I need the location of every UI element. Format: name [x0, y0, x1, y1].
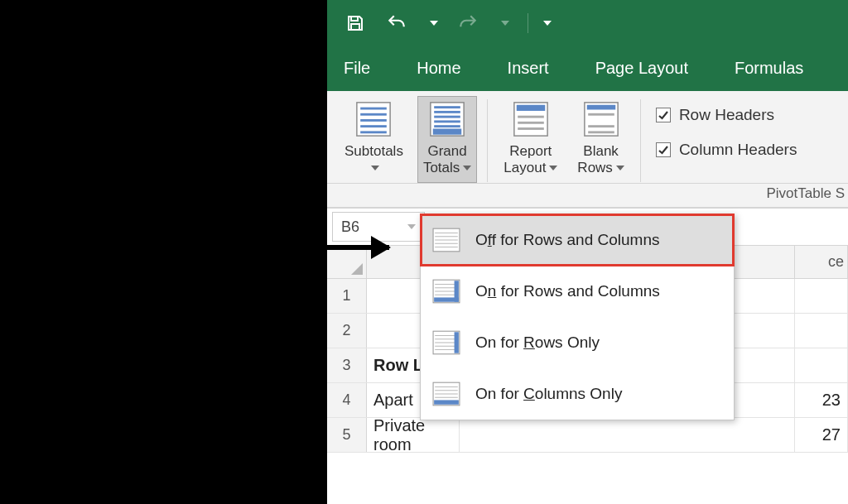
cell[interactable]	[460, 418, 795, 452]
svg-rect-50	[434, 400, 459, 404]
cell[interactable]: 23	[795, 383, 848, 417]
row-header[interactable]: 1	[327, 279, 367, 313]
table-off-icon	[432, 228, 460, 252]
grand-totals-label: GrandTotals	[423, 143, 467, 175]
table-row: 5 Private room 27	[327, 418, 848, 453]
cell[interactable]	[795, 314, 848, 348]
ribbon-separator	[487, 99, 488, 182]
svg-rect-1	[351, 24, 359, 30]
undo-icon[interactable]	[385, 12, 408, 35]
row-headers-label: Row Headers	[679, 106, 774, 124]
row-header[interactable]: 5	[327, 418, 367, 452]
table-on-both-icon	[432, 279, 460, 304]
svg-rect-16	[517, 105, 546, 111]
menu-label: On for Rows Only	[475, 334, 600, 352]
report-layout-icon	[512, 100, 550, 138]
grand-totals-icon	[428, 100, 466, 138]
name-box-value: B6	[341, 218, 359, 236]
svg-rect-14	[433, 129, 462, 135]
menu-on-rows-only[interactable]: On for Rows Only	[421, 317, 734, 368]
qat-separator	[528, 13, 528, 33]
report-layout-label: ReportLayout	[504, 143, 552, 175]
row-header[interactable]: 4	[327, 383, 367, 417]
quick-access-toolbar	[327, 0, 848, 46]
menu-off-rows-cols[interactable]: Off for Rows and Columns	[421, 214, 734, 266]
svg-rect-21	[586, 105, 615, 110]
headers-options: Row Headers Column Headers	[646, 96, 804, 166]
menu-on-rows-cols[interactable]: On for Rows and Columns	[421, 266, 734, 317]
menu-on-cols-only[interactable]: On for Columns Only	[421, 368, 734, 420]
column-headers-checkbox[interactable]: Column Headers	[656, 141, 797, 159]
tab-formulas[interactable]: Formulas	[711, 46, 826, 91]
checkmark-icon	[656, 108, 671, 122]
report-layout-button[interactable]: ReportLayout	[498, 96, 563, 183]
redo-dropdown-icon[interactable]	[501, 21, 509, 26]
blank-rows-button[interactable]: BlankRows	[571, 96, 630, 183]
ribbon: Subtotals GrandTotals ReportLayout Blank…	[327, 91, 848, 184]
svg-rect-37	[455, 281, 459, 302]
ribbon-separator-2	[640, 99, 641, 182]
ribbon-group-label: PivotTable S	[327, 184, 848, 208]
customize-qat-icon[interactable]	[543, 21, 552, 26]
row-header[interactable]: 3	[327, 348, 367, 382]
menu-label: On for Columns Only	[475, 385, 622, 403]
excel-window: File Home Insert Page Layout Formulas Su…	[327, 0, 848, 504]
ribbon-tabs: File Home Insert Page Layout Formulas	[327, 46, 848, 91]
cell[interactable]	[795, 279, 848, 313]
callout-arrow	[257, 245, 389, 250]
row-header[interactable]: 2	[327, 314, 367, 348]
menu-label: On for Rows and Columns	[475, 282, 660, 300]
checkmark-icon	[656, 142, 671, 157]
tab-pagelayout[interactable]: Page Layout	[572, 46, 711, 91]
tab-insert[interactable]: Insert	[484, 46, 572, 91]
chevron-down-icon	[407, 224, 416, 229]
subtotals-button[interactable]: Subtotals	[339, 96, 409, 183]
cell[interactable]: 27	[795, 418, 848, 452]
col-header[interactable]: ce	[795, 246, 848, 278]
column-headers-label: Column Headers	[679, 141, 797, 159]
table-on-rows-icon	[432, 330, 460, 355]
cell[interactable]	[795, 348, 848, 382]
tab-file[interactable]: File	[332, 46, 393, 91]
redo-icon[interactable]	[456, 12, 479, 35]
blank-rows-icon	[582, 100, 620, 138]
grand-totals-button[interactable]: GrandTotals	[417, 96, 477, 183]
select-all-corner[interactable]	[327, 246, 367, 278]
blank-rows-label: BlankRows	[577, 143, 619, 175]
row-headers-checkbox[interactable]: Row Headers	[656, 106, 797, 124]
subtotals-icon	[354, 100, 393, 138]
svg-rect-44	[455, 332, 459, 353]
tab-home[interactable]: Home	[393, 46, 484, 91]
grand-totals-menu: Off for Rows and Columns On for Rows and…	[420, 214, 735, 420]
svg-rect-0	[351, 17, 358, 21]
undo-dropdown-icon[interactable]	[430, 21, 438, 26]
table-on-cols-icon	[432, 382, 460, 406]
menu-label: Off for Rows and Columns	[475, 231, 659, 249]
subtotals-label: Subtotals	[344, 143, 403, 159]
cell[interactable]: Private room	[367, 418, 460, 452]
save-icon[interactable]	[344, 12, 367, 35]
